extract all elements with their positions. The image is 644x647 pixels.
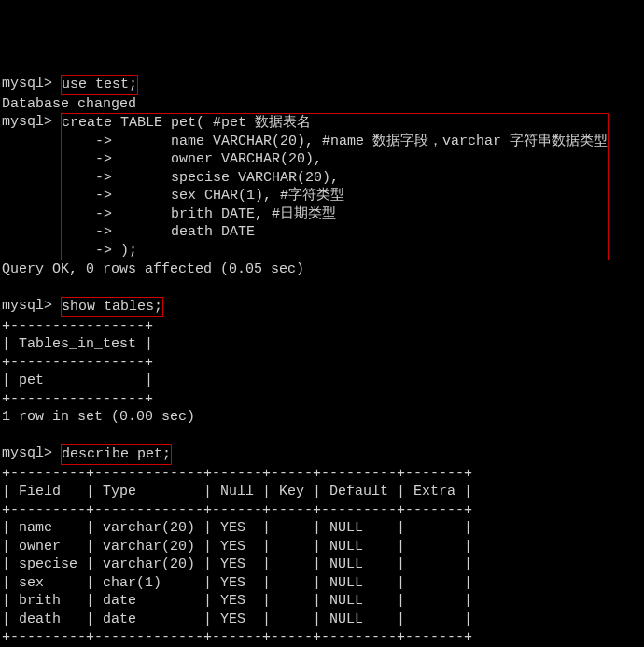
mysql-prompt: mysql>	[2, 114, 52, 130]
cont-prompt: ->	[62, 206, 112, 222]
tables-row: | pet |	[2, 373, 153, 388]
response-query-ok: Query OK, 0 rows affected (0.05 sec)	[2, 261, 304, 277]
cont-prompt: ->	[62, 134, 112, 149]
desc-row-owner: | owner | varchar(20) | YES | | NULL | |	[2, 539, 472, 555]
desc-row-specise: | specise | varchar(20) | YES | | NULL |…	[2, 556, 472, 572]
desc-row-brith: | brith | date | YES | | NULL | |	[2, 593, 472, 609]
cont-prompt: ->	[62, 224, 112, 240]
cont-prompt: ->	[62, 188, 112, 204]
cont-prompt: ->	[62, 151, 112, 167]
create-line-3: owner VARCHAR(20),	[120, 151, 322, 167]
desc-row-death: | death | date | YES | | NULL | |	[2, 612, 472, 627]
response-db-changed: Database changed	[2, 96, 136, 112]
cmd-describe-pet: describe pet;	[61, 444, 172, 465]
response-1-row: 1 row in set (0.00 sec)	[2, 409, 195, 425]
cont-prompt: ->	[62, 243, 112, 259]
cmd-use-test: use test;	[61, 75, 138, 95]
create-line-8: );	[120, 243, 137, 259]
cont-prompt: ->	[62, 170, 112, 186]
tables-border: +----------------+	[2, 355, 153, 371]
create-line-7: death DATE	[120, 224, 255, 240]
create-line-4: specise VARCHAR(20),	[120, 170, 339, 186]
desc-border: +---------+-------------+------+-----+--…	[2, 466, 472, 482]
create-line-1: create TABLE pet( #pet 数据表名	[62, 115, 311, 131]
create-line-5: sex CHAR(1), #字符类型	[120, 188, 344, 204]
mysql-prompt: mysql>	[2, 76, 52, 91]
tables-border: +----------------+	[2, 391, 153, 407]
mysql-prompt: mysql>	[2, 298, 52, 314]
create-line-2: name VARCHAR(20), #name 数据字段，varchar 字符串…	[120, 134, 608, 149]
desc-border: +---------+-------------+------+-----+--…	[2, 502, 472, 518]
tables-border: +----------------+	[2, 318, 153, 334]
create-line-6: brith DATE, #日期类型	[120, 206, 336, 222]
tables-header: | Tables_in_test |	[2, 336, 153, 352]
desc-header: | Field | Type | Null | Key | Default | …	[2, 484, 472, 499]
cmd-show-tables: show tables;	[61, 297, 163, 317]
desc-row-sex: | sex | char(1) | YES | | NULL | |	[2, 575, 472, 591]
mysql-prompt: mysql>	[2, 445, 52, 461]
desc-row-name: | name | varchar(20) | YES | | NULL | |	[2, 520, 472, 536]
desc-border: +---------+-------------+------+-----+--…	[2, 629, 472, 645]
cmd-create-table: create TABLE pet( #pet 数据表名 -> name VARC…	[61, 113, 609, 260]
